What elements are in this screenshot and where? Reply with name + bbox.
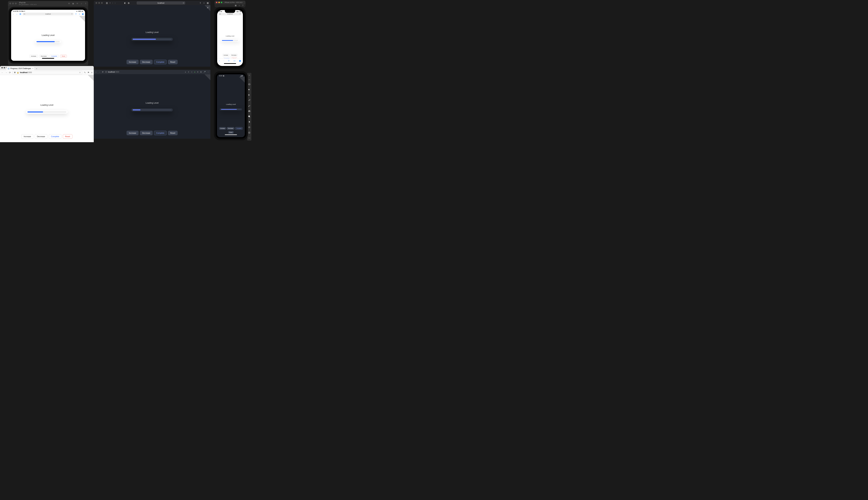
- close-icon[interactable]: [9, 3, 11, 4]
- url-field[interactable]: AA localhost ⟳: [218, 13, 242, 15]
- forward-icon[interactable]: →: [5, 71, 7, 74]
- new-tab-icon[interactable]: ＋: [36, 67, 38, 70]
- bookmark-star-icon[interactable]: ☆: [191, 71, 193, 73]
- forward-icon[interactable]: ›: [16, 13, 18, 15]
- rotate-right-icon[interactable]: [248, 104, 251, 107]
- complete-button[interactable]: Complete: [154, 60, 167, 64]
- close-icon[interactable]: ×: [249, 74, 250, 76]
- zoom-icon[interactable]: [15, 3, 17, 4]
- more-icon[interactable]: ⋯: [248, 137, 250, 139]
- screenshot-icon[interactable]: ▣: [235, 4, 237, 7]
- android-home-icon[interactable]: [248, 126, 251, 129]
- share-icon[interactable]: ⇧: [75, 13, 77, 15]
- install-app-icon[interactable]: ⤓: [185, 71, 186, 73]
- minimize-icon[interactable]: —: [249, 79, 250, 81]
- lock-icon[interactable]: 🔒: [17, 71, 19, 73]
- url-field[interactable]: AA localhost ⟳: [23, 13, 73, 15]
- reload-icon[interactable]: ⟳: [183, 2, 184, 4]
- extension-icon[interactable]: ●: [194, 71, 195, 73]
- reader-aa-icon[interactable]: AA: [24, 13, 25, 14]
- minimize-icon[interactable]: [98, 2, 100, 4]
- volume-down-icon[interactable]: [248, 94, 251, 97]
- devtools-badge[interactable]: [202, 74, 210, 83]
- zoom-icon[interactable]: [221, 2, 222, 3]
- forward-icon[interactable]: ›: [224, 59, 224, 62]
- tabs-icon[interactable]: ▣: [239, 59, 241, 62]
- back-icon[interactable]: ‹: [12, 13, 14, 15]
- back-icon[interactable]: ‹: [112, 2, 113, 4]
- zoom-icon[interactable]: [101, 2, 103, 4]
- reader-aa-icon[interactable]: AA: [219, 13, 221, 14]
- menu-icon[interactable]: ≡: [91, 71, 92, 74]
- forward-icon[interactable]: →: [99, 71, 100, 73]
- minimize-icon[interactable]: [218, 2, 220, 3]
- share-icon[interactable]: ⇪: [188, 71, 189, 73]
- url-field[interactable]: ⛨ 🔒 localhost:3000 ☆: [12, 71, 82, 74]
- increase-button[interactable]: Increase: [127, 131, 138, 135]
- bookmark-star-icon[interactable]: ☆: [79, 71, 81, 73]
- url-field[interactable]: localhost ⟳: [137, 1, 185, 4]
- decrease-button[interactable]: Decrease: [230, 54, 238, 56]
- android-back-icon[interactable]: [248, 121, 251, 124]
- decrease-button[interactable]: Decrease: [39, 55, 48, 58]
- volume-up-icon[interactable]: [248, 88, 251, 91]
- rotate-icon[interactable]: ⟳: [76, 2, 79, 5]
- complete-button[interactable]: Complete: [50, 55, 59, 58]
- eyedropper-icon[interactable]: ✎: [84, 71, 86, 74]
- tabs-icon[interactable]: ▦: [207, 2, 209, 4]
- reload-icon[interactable]: ⟳: [102, 71, 103, 73]
- shield-icon[interactable]: ◐: [124, 2, 126, 4]
- home-icon[interactable]: ⌂: [80, 2, 83, 5]
- puzzle-icon[interactable]: ✦: [197, 71, 198, 73]
- bookmarks-icon[interactable]: ▭: [233, 59, 236, 62]
- minimize-icon[interactable]: [4, 67, 5, 68]
- close-icon[interactable]: [95, 2, 97, 4]
- increase-button[interactable]: Increase: [222, 54, 229, 56]
- sidebar-icon[interactable]: ▥: [19, 13, 22, 15]
- forward-icon[interactable]: ›: [115, 2, 115, 4]
- close-icon[interactable]: [1, 67, 3, 68]
- minimize-icon[interactable]: [12, 3, 14, 4]
- devtools-badge[interactable]: [237, 77, 245, 85]
- reload-icon[interactable]: ⟳: [9, 71, 11, 74]
- decrease-button[interactable]: Decrease: [140, 60, 152, 64]
- increase-button[interactable]: Increase: [127, 60, 138, 64]
- shield-icon[interactable]: ⛨: [14, 71, 16, 73]
- back-icon[interactable]: ←: [1, 71, 3, 74]
- new-tab-icon[interactable]: ＋: [203, 2, 205, 4]
- back-icon[interactable]: ‹: [219, 59, 220, 62]
- increase-button[interactable]: Increase: [219, 127, 226, 130]
- tabs-icon[interactable]: ▣: [82, 13, 84, 15]
- decrease-button[interactable]: Decrease: [227, 127, 235, 130]
- info-icon[interactable]: ⓘ: [105, 71, 107, 73]
- reset-button[interactable]: Reset: [168, 131, 178, 135]
- complete-button[interactable]: Complete: [235, 127, 243, 130]
- list-icon[interactable]: ☰: [200, 71, 202, 73]
- increase-button[interactable]: Increase: [21, 134, 33, 139]
- reload-icon[interactable]: ⟳: [240, 13, 241, 15]
- camera-icon[interactable]: [248, 110, 251, 113]
- decrease-button[interactable]: Decrease: [140, 131, 152, 135]
- zoom-icon[interactable]: [248, 115, 251, 118]
- share-icon[interactable]: ⇧: [228, 59, 230, 62]
- reset-button[interactable]: Reset: [63, 134, 72, 139]
- devtools-badge[interactable]: [85, 75, 94, 83]
- reset-button[interactable]: Reset: [60, 55, 67, 58]
- android-overview-icon[interactable]: [248, 132, 251, 134]
- url-field[interactable]: ⓘ localhost:3000: [105, 71, 119, 73]
- share-icon[interactable]: ⇪: [242, 4, 244, 7]
- appearance-icon[interactable]: ◑: [128, 2, 129, 4]
- decrease-button[interactable]: Decrease: [35, 134, 47, 139]
- devtools-badge[interactable]: [77, 16, 85, 24]
- reload-icon[interactable]: ⟳: [71, 13, 72, 15]
- devtools-badge[interactable]: [202, 5, 210, 13]
- menu-icon[interactable]: ⋮: [207, 71, 209, 73]
- screenshot-icon[interactable]: ▣: [72, 2, 74, 5]
- back-icon[interactable]: ←: [95, 71, 97, 73]
- new-tab-icon[interactable]: ＋: [78, 13, 81, 15]
- complete-button[interactable]: Complete: [49, 134, 61, 139]
- mic-icon[interactable]: 🎤: [204, 71, 206, 73]
- complete-button[interactable]: Complete: [154, 131, 167, 135]
- reset-button[interactable]: Reset: [228, 131, 234, 134]
- rotate-left-icon[interactable]: [248, 99, 251, 102]
